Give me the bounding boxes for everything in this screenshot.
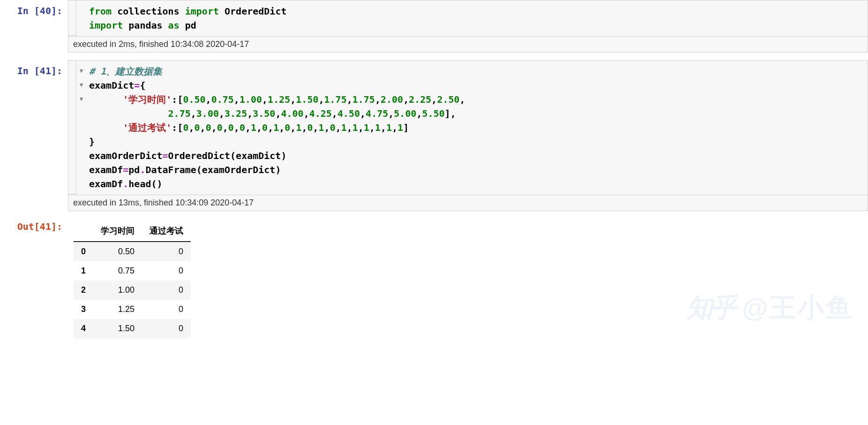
output-area: 学习时间通过考试00.50010.75021.00031.25041.500 [68,216,868,338]
execution-status: executed in 13ms, finished 10:34:09 2020… [68,195,868,211]
cell-prompt-in: In [40]: [0,0,68,53]
table-row: 41.500 [74,319,191,338]
notebook-cell: In [41]: ▶▶▶ # 1、建立数据集 examDict={ '学习时间'… [0,60,868,211]
dataframe-row-index: 1 [74,261,93,281]
cell-prompt-out: Out[41]: [0,216,68,338]
code-content[interactable]: from collections import OrderedDict impo… [89,4,862,32]
table-row: 00.500 [74,242,191,261]
dataframe-cell: 0 [142,281,191,300]
fold-triangle-icon[interactable]: ▶ [75,80,89,91]
code-wrap[interactable]: # 1、建立数据集 examDict={ '学习时间':[0.50,0.75,1… [68,61,868,195]
table-row: 31.250 [74,300,191,319]
table-row: 10.750 [74,261,191,281]
dataframe-cell: 0 [142,300,191,319]
dataframe-cell: 1.25 [93,300,142,319]
dataframe-cell: 0 [142,261,191,281]
dataframe-cell: 1.50 [93,319,142,338]
dataframe-row-index: 3 [74,300,93,319]
table-row: 21.000 [74,281,191,300]
notebook-cell: In [40]: from collections import Ordered… [0,0,868,53]
dataframe-cell: 0 [142,242,191,261]
dataframe-cell: 1.00 [93,281,142,300]
dataframe-index-header [74,220,93,242]
dataframe-table: 学习时间通过考试00.50010.75021.00031.25041.500 [74,220,191,338]
dataframe-column-header: 通过考试 [142,220,191,242]
dataframe-cell: 0 [142,319,191,338]
dataframe-cell: 0.75 [93,261,142,281]
code-content[interactable]: # 1、建立数据集 examDict={ '学习时间':[0.50,0.75,1… [89,64,862,191]
code-input-area[interactable]: ▶▶▶ # 1、建立数据集 examDict={ '学习时间':[0.50,0.… [68,60,868,211]
fold-gutter[interactable]: ▶▶▶ [76,61,87,194]
cell-prompt-in: In [41]: [0,60,68,211]
dataframe-column-header: 学习时间 [93,220,142,242]
fold-triangle-icon[interactable]: ▶ [75,94,89,105]
execution-status: executed in 2ms, finished 10:34:08 2020-… [68,36,868,52]
notebook-output: Out[41]: 学习时间通过考试00.50010.75021.00031.25… [0,216,868,338]
dataframe-row-index: 2 [74,281,93,300]
cell-run-control[interactable] [68,0,76,36]
code-input-area[interactable]: from collections import OrderedDict impo… [68,0,868,53]
fold-triangle-icon[interactable]: ▶ [75,66,89,76]
dataframe-cell: 0.50 [93,242,142,261]
dataframe-row-index: 4 [74,319,93,338]
dataframe-row-index: 0 [74,242,93,261]
code-wrap[interactable]: from collections import OrderedDict impo… [68,0,868,36]
